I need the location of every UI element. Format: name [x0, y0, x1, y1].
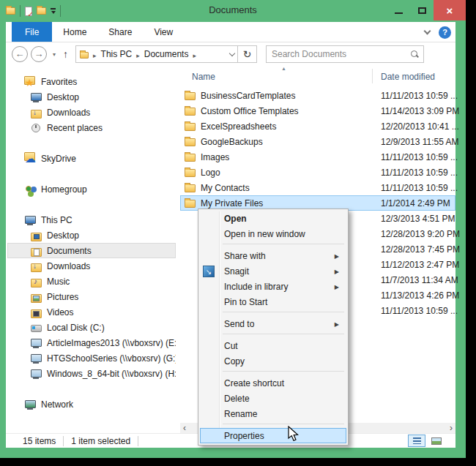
sidebar-item[interactable]: Documents	[7, 243, 176, 258]
up-button[interactable]: ↑	[63, 48, 68, 60]
context-menu-item-label: Snagit	[224, 266, 249, 277]
sidebar-item[interactable]: Network	[7, 397, 176, 412]
refresh-button[interactable]: ↻	[238, 45, 257, 63]
search-icon[interactable]	[410, 50, 419, 59]
context-menu-item[interactable]: Open in new window	[200, 226, 346, 241]
context-menu-item[interactable]: Pin to Start	[200, 294, 346, 309]
sidebar-item[interactable]: HTGSchoolSeries (\\vboxsrv) (G:)	[7, 350, 176, 366]
sidebar-item[interactable]: Windows_8_64-bit (\\vboxsrv) (H:)	[7, 366, 176, 381]
details-view-icon	[413, 437, 421, 444]
context-menu-item[interactable]: Share with ▶	[200, 248, 346, 263]
downloads-icon	[30, 260, 42, 272]
context-menu-item[interactable]: Include in library ▶	[200, 279, 346, 294]
folder-icon	[185, 108, 196, 116]
ribbon-tab[interactable]: Share	[97, 22, 143, 42]
file-name: Custom Office Templates	[201, 106, 299, 116]
file-row[interactable]: BusinessCardTemplates 11/11/2013 10:59 .…	[180, 88, 455, 103]
folder-icon	[185, 169, 196, 177]
file-row[interactable]: GoogleBackups 12/9/2013 11:55 AM	[180, 134, 455, 149]
file-date-modified: 11/7/2013 11:34 AM	[381, 275, 458, 285]
ribbon-tab[interactable]: Home	[52, 22, 97, 42]
sidebar-item[interactable]: Homegroup	[7, 181, 176, 197]
file-row[interactable]: My Contacts 11/11/2013 10:59 ...	[180, 180, 455, 195]
sidebar-item[interactable]: Desktop	[7, 89, 176, 105]
maximize-button[interactable]	[410, 0, 434, 20]
new-folder-qat-icon[interactable]	[37, 7, 46, 15]
ribbon-tab[interactable]: View	[143, 22, 184, 42]
properties-qat-icon[interactable]	[25, 7, 32, 16]
address-bar[interactable]: This PC Documents	[75, 45, 238, 63]
minimize-ribbon-icon[interactable]	[424, 27, 431, 34]
breadcrumb-item[interactable]: This PC	[100, 49, 134, 59]
search-box	[266, 45, 424, 63]
context-menu-item[interactable]: Open	[200, 211, 346, 226]
large-icons-view-button[interactable]	[428, 435, 445, 447]
close-button[interactable]: ×	[434, 0, 466, 20]
submenu-arrow-icon: ▶	[335, 249, 339, 264]
sidebar-item[interactable]: Downloads	[7, 105, 176, 120]
sidebar-item[interactable]: Local Disk (C:)	[7, 320, 176, 335]
help-icon[interactable]: ?	[439, 26, 451, 39]
breadcrumb-item[interactable]: Documents	[143, 49, 190, 59]
sidebar-item[interactable]: Favorites	[7, 74, 176, 89]
sidebar-item[interactable]: Pictures	[7, 289, 176, 304]
context-menu-item[interactable]: Properties	[200, 428, 346, 443]
explorer-app-icon[interactable]	[6, 7, 15, 15]
scroll-right-icon[interactable]: ›	[447, 424, 455, 432]
qat-dropdown-icon[interactable]	[51, 8, 56, 14]
sidebar-item[interactable]: Music	[7, 274, 176, 289]
context-menu-item[interactable]: Delete	[200, 391, 346, 406]
sidebar-item[interactable]: This PC	[7, 212, 176, 228]
details-view-button[interactable]	[408, 435, 425, 447]
scroll-left-icon[interactable]: ‹	[180, 424, 189, 432]
view-buttons	[408, 435, 445, 447]
context-menu-item[interactable]: Cut	[200, 338, 346, 353]
cloud-icon	[24, 153, 36, 165]
minimize-button[interactable]	[387, 0, 410, 20]
breadcrumb-chevron-icon	[133, 48, 143, 61]
recent-locations-dropdown-icon[interactable]: ▾	[53, 51, 56, 58]
search-input[interactable]	[267, 49, 410, 59]
sidebar-item-label: ArticleImages2013 (\\vboxsrv) (E:)	[47, 338, 176, 348]
context-menu-item-label: Send to	[224, 319, 254, 329]
file-name: GoogleBackups	[201, 137, 263, 147]
context-menu-item[interactable]: Copy	[200, 353, 346, 369]
file-row[interactable]: ExcelSpreadsheets 12/20/2013 10:41 ...	[180, 119, 455, 134]
file-row[interactable]: Logo 11/11/2013 10:59 ...	[180, 165, 455, 180]
sidebar-item[interactable]: SkyDrive	[7, 151, 176, 166]
ribbon-tab[interactable]: File	[12, 22, 52, 42]
file-row[interactable]: Images 11/11/2013 10:59 ...	[180, 149, 455, 165]
context-menu-item-label: Properties	[224, 431, 264, 441]
folder-icon	[185, 184, 196, 192]
column-divider[interactable]	[372, 69, 373, 83]
breadcrumb: This PC Documents	[90, 48, 190, 61]
column-header-date-modified[interactable]: Date modified	[381, 72, 435, 82]
network-drive-icon	[30, 337, 42, 349]
back-button[interactable]: ←	[12, 46, 28, 62]
documents-icon	[30, 245, 42, 257]
context-menu: Open Open in new window Share with ▶ ↘	[198, 208, 349, 446]
sidebar-item-label: Downloads	[47, 261, 90, 271]
file-date-modified: 11/11/2013 10:59 ...	[381, 306, 458, 316]
file-date-modified: 12/9/2013 11:55 AM	[381, 137, 459, 147]
forward-button[interactable]: →	[31, 46, 47, 62]
context-menu-item[interactable]: Create shortcut	[200, 375, 346, 391]
mouse-cursor	[287, 426, 302, 442]
recent-places-icon	[30, 122, 42, 134]
sidebar-item[interactable]: Recent places	[7, 120, 176, 135]
location-icon	[80, 52, 89, 59]
file-date-modified: 12/28/2013 7:45 PM	[381, 244, 460, 255]
sidebar-item[interactable]: Downloads	[7, 258, 176, 274]
address-dropdown-icon[interactable]	[229, 50, 235, 56]
context-menu-item[interactable]: Send to ▶	[200, 316, 346, 331]
sidebar-item[interactable]: Videos	[7, 304, 176, 320]
column-header-name[interactable]: Name	[192, 72, 215, 82]
file-date-modified: 11/11/2013 10:59 ...	[381, 91, 458, 101]
status-separator	[63, 436, 64, 446]
sidebar-item[interactable]: Desktop	[7, 228, 176, 243]
context-menu-item[interactable]: Rename	[200, 406, 346, 421]
file-row[interactable]: Custom Office Templates 11/14/2013 3:09 …	[180, 103, 455, 119]
context-menu-item[interactable]: ↘ Snagit ▶	[200, 263, 346, 279]
sort-ascending-icon[interactable]: ▲	[281, 66, 286, 71]
sidebar-item[interactable]: ArticleImages2013 (\\vboxsrv) (E:)	[7, 335, 176, 350]
